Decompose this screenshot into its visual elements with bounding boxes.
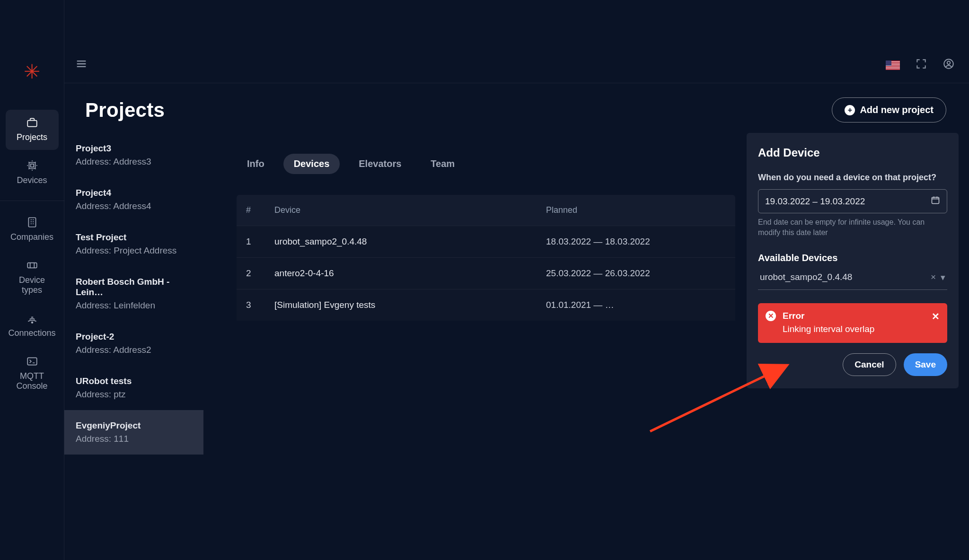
office-icon xyxy=(26,216,38,228)
date-question: When do you need a device on that projec… xyxy=(758,173,947,183)
sidebar-item-projects[interactable]: Projects xyxy=(6,110,59,150)
table-row[interactable]: 3 [Simulation] Evgeny tests 01.01.2021 —… xyxy=(237,289,735,321)
cell-num: 2 xyxy=(246,268,274,279)
chip-icon xyxy=(26,159,38,172)
svg-rect-3 xyxy=(28,218,35,227)
table-row[interactable]: 1 urobot_sampo2_0.4.48 18.03.2022 — 18.0… xyxy=(237,226,735,257)
col-num: # xyxy=(246,205,274,215)
topbar-right xyxy=(886,58,955,72)
locale-flag-icon[interactable] xyxy=(886,61,900,70)
svg-rect-0 xyxy=(27,121,37,127)
table-row[interactable]: 2 antero2-0-4-16 25.03.2022 — 26.03.2022 xyxy=(237,257,735,289)
cell-device: [Simulation] Evgeny tests xyxy=(274,300,546,310)
add-button-label: Add new project xyxy=(860,105,934,115)
date-range-input[interactable]: 19.03.2022 – 19.03.2022 xyxy=(758,189,947,213)
sidebar-item-label: Device types xyxy=(9,275,56,295)
svg-point-8 xyxy=(947,61,951,65)
tabs: Info Devices Elevators Team xyxy=(225,133,747,186)
menu-icon[interactable] xyxy=(75,57,88,73)
project-name: Project-2 xyxy=(76,332,192,342)
cell-planned: 01.01.2021 — … xyxy=(546,300,726,310)
sidebar-item-label: Connections xyxy=(8,328,55,338)
sidebar-item-label: Companies xyxy=(10,232,53,242)
tab-elevators[interactable]: Elevators xyxy=(348,154,412,174)
cell-device: antero2-0-4-16 xyxy=(274,268,546,279)
panel-title: Add Device xyxy=(758,146,947,159)
nav-divider xyxy=(0,201,64,201)
project-item[interactable]: Robert Bosch GmbH - Lein… Address: Leinf… xyxy=(64,266,203,321)
cell-planned: 18.03.2022 — 18.03.2022 xyxy=(546,236,726,247)
select-icons: × ▾ xyxy=(931,272,945,283)
project-name: Test Project xyxy=(76,232,192,243)
topbar xyxy=(64,47,969,83)
project-name: Robert Bosch GmbH - Lein… xyxy=(76,277,192,298)
tab-team[interactable]: Team xyxy=(420,154,465,174)
sidebar-item-connections[interactable]: Connections xyxy=(6,306,59,346)
close-icon[interactable]: ✕ xyxy=(932,311,940,322)
date-hint: End date can be empty for infinite usage… xyxy=(758,217,947,238)
content: Projects + Add new project Project3 Addr… xyxy=(64,83,969,560)
tab-devices[interactable]: Devices xyxy=(283,154,340,174)
sidebar-item-label: Devices xyxy=(17,175,47,185)
svg-rect-9 xyxy=(932,197,939,203)
project-item[interactable]: Project4 Address: Address4 xyxy=(64,177,203,222)
date-range-value: 19.03.2022 – 19.03.2022 xyxy=(765,196,865,207)
sidebar-item-label: Projects xyxy=(17,132,47,142)
project-address: Address: Project Address xyxy=(76,245,192,256)
sidebar-item-label: MQTT Console xyxy=(9,371,56,391)
project-address: Address: Leinfelden xyxy=(76,300,192,311)
sidebar-item-companies[interactable]: Companies xyxy=(6,210,59,250)
sidebar-item-mqtt-console[interactable]: MQTT Console xyxy=(6,349,59,399)
panel-actions: Cancel Save xyxy=(758,353,947,376)
available-device-select[interactable]: urobot_sampo2_0.4.48 × ▾ xyxy=(758,263,947,290)
svg-rect-2 xyxy=(30,164,34,167)
ticket-icon xyxy=(26,259,38,271)
signal-icon xyxy=(26,312,38,324)
add-new-project-button[interactable]: + Add new project xyxy=(832,97,946,122)
cell-planned: 25.03.2022 — 26.03.2022 xyxy=(546,268,726,279)
nav-rail: ✳ Projects Devices Companies Device ty xyxy=(0,0,64,560)
project-item[interactable]: EvgeniyProject Address: 111 xyxy=(64,410,203,455)
project-name: EvgeniyProject xyxy=(76,420,192,431)
project-address: Address: Address2 xyxy=(76,345,192,355)
sidebar-item-devices[interactable]: Devices xyxy=(6,153,59,193)
project-item[interactable]: Project-2 Address: Address2 xyxy=(64,321,203,366)
body-row: Project3 Address: Address3 Project4 Addr… xyxy=(64,133,969,560)
tab-info[interactable]: Info xyxy=(237,154,275,174)
sidebar-item-device-types[interactable]: Device types xyxy=(6,253,59,303)
project-item[interactable]: Test Project Address: Project Address xyxy=(64,222,203,266)
terminal-icon xyxy=(26,355,38,368)
calendar-icon xyxy=(931,195,940,207)
project-name: Project4 xyxy=(76,188,192,198)
logo-icon: ✳ xyxy=(24,62,40,82)
fullscreen-icon[interactable] xyxy=(915,58,927,72)
table-header: # Device Planned xyxy=(237,195,735,226)
save-button[interactable]: Save xyxy=(904,353,947,376)
chevron-down-icon[interactable]: ▾ xyxy=(941,272,945,283)
project-item[interactable]: URobot tests Address: ptz xyxy=(64,366,203,410)
project-name: URobot tests xyxy=(76,376,192,386)
col-planned: Planned xyxy=(546,205,726,215)
project-address: Address: ptz xyxy=(76,389,192,400)
cell-device: urobot_sampo2_0.4.48 xyxy=(274,236,546,247)
clear-icon[interactable]: × xyxy=(931,272,936,283)
project-item[interactable]: Project3 Address: Address3 xyxy=(64,133,203,177)
page-header: Projects + Add new project xyxy=(64,83,969,133)
project-address: Address: Address4 xyxy=(76,201,192,211)
page-title: Projects xyxy=(85,99,165,122)
user-icon[interactable] xyxy=(943,58,955,72)
cell-num: 1 xyxy=(246,236,274,247)
svg-point-5 xyxy=(31,322,33,323)
svg-rect-6 xyxy=(27,358,37,365)
cell-num: 3 xyxy=(246,300,274,310)
center-column: Info Devices Elevators Team # Device Pla… xyxy=(203,133,747,321)
project-address: Address: 111 xyxy=(76,434,192,444)
project-name: Project3 xyxy=(76,143,192,154)
error-alert: ✕ Error Linking interval overlap ✕ xyxy=(758,303,947,343)
svg-rect-4 xyxy=(27,263,37,268)
error-title: Error xyxy=(783,311,874,321)
available-devices-label: Available Devices xyxy=(758,253,947,263)
cancel-button[interactable]: Cancel xyxy=(843,353,896,376)
briefcase-icon xyxy=(26,116,38,129)
main: Projects + Add new project Project3 Addr… xyxy=(64,0,969,560)
